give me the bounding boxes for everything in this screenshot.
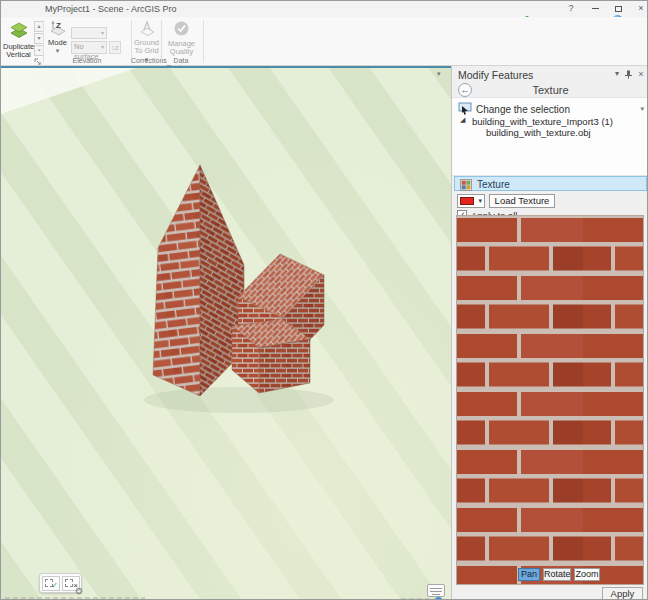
dropdown-arrow-icon: ▾ [101, 42, 104, 52]
texture-item-label: Texture [477, 179, 510, 190]
tree-expand-icon[interactable]: ◢ [460, 116, 465, 124]
minimize-button[interactable] [585, 2, 605, 15]
ground-to-grid-button[interactable]: Ground To Grid ▾ [134, 20, 159, 58]
apply-button[interactable]: Apply [602, 587, 643, 600]
texture-icon [460, 179, 472, 191]
arcgis-pro-window: MyProject1 - Scene - ArcGIS Pro ? × Bobb… [0, 0, 648, 600]
modify-features-panel: Modify Features ▾ × ← Texture Change the… [451, 66, 648, 600]
corrections-group-label: Corrections [131, 57, 161, 64]
pan-button[interactable]: Pan [518, 568, 540, 581]
close-button[interactable]: × [631, 2, 648, 15]
selection-area: Change the selection ▾ ◢ building_with_t… [452, 97, 648, 176]
scene-viewport[interactable]: ▾ ✓ × [1, 66, 451, 600]
finish-sketch-button[interactable]: ✓ [42, 576, 60, 591]
ribbon: Duplicate Vertical ▴ ▾ ▪ Z Mode ▾ ▾ [1, 17, 647, 66]
duplicate-vertical-button[interactable]: Duplicate Vertical [3, 20, 34, 58]
selection-dropdown-icon[interactable]: ▾ [640, 105, 644, 113]
offset-z-icon[interactable]: ↕z [109, 41, 121, 54]
group-separator [203, 20, 204, 63]
tree-item-feature[interactable]: building_with_texture.obj [486, 127, 591, 138]
tool-title: Texture [452, 84, 648, 96]
dropdown-arrow-icon: ▾ [101, 28, 104, 38]
manage-quality-button[interactable]: Manage Quality [165, 20, 198, 58]
mode-z-icon: Z [49, 20, 67, 36]
sketch-outline-icon [65, 579, 73, 587]
tree-item-layer[interactable]: building_with_texture_Import3 (1) [472, 116, 613, 127]
help-button[interactable]: ? [561, 2, 581, 15]
brick-building-model [1, 68, 451, 600]
elevation-group-label: Elevation [43, 57, 131, 64]
mode-button[interactable]: Z Mode ▾ [46, 20, 69, 58]
dropdown-arrow-icon: ▾ [56, 47, 60, 54]
view-menu-icon[interactable]: ▾ [437, 70, 441, 78]
finish-check-icon: ✓ [51, 582, 58, 590]
change-selection-label[interactable]: Change the selection [476, 104, 570, 115]
zoom-button[interactable]: Zoom [574, 568, 600, 581]
maximize-icon [615, 6, 622, 12]
change-selection-icon [458, 102, 472, 115]
maximize-button[interactable] [608, 2, 628, 15]
texture-color-picker[interactable]: ▾ [457, 194, 485, 208]
color-swatch [460, 197, 474, 205]
dialog-launcher-icon[interactable] [34, 58, 42, 66]
pin-icon[interactable] [624, 70, 633, 79]
panel-close-icon[interactable]: × [635, 69, 647, 79]
load-texture-button[interactable]: Load Texture [489, 194, 555, 208]
manage-quality-icon [173, 20, 190, 37]
rotate-button[interactable]: Rotate [543, 568, 571, 581]
elevation-mode-combobox[interactable]: ▾ [71, 27, 107, 39]
texture-tool-item[interactable]: Texture [454, 176, 647, 191]
svg-text:Z: Z [56, 21, 61, 30]
window-title: MyProject1 - Scene - ArcGIS Pro [45, 4, 177, 14]
panel-menu-icon[interactable]: ▾ [611, 69, 623, 78]
surface-combobox[interactable]: No surface ▾ [71, 41, 107, 54]
panel-title: Modify Features [458, 69, 533, 81]
duplicate-vertical-icon [7, 20, 31, 40]
sketch-options-gear-icon[interactable] [75, 587, 83, 595]
minimize-icon [592, 8, 599, 9]
texture-preview[interactable] [457, 216, 643, 584]
ground-to-grid-icon [138, 20, 156, 36]
keyboard-icon[interactable] [427, 584, 445, 597]
dropdown-arrow-icon: ▾ [478, 197, 482, 205]
